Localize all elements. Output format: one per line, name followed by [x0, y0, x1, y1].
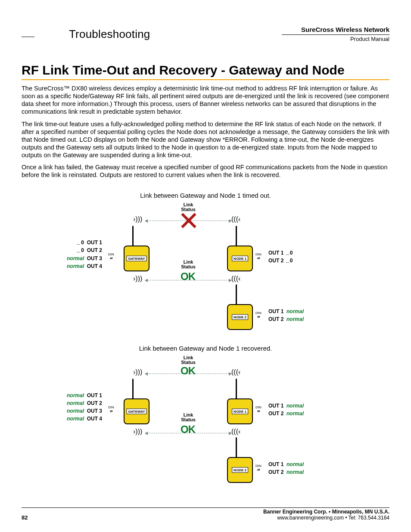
signal-n2b: (((‹ [231, 428, 240, 436]
header-right-block: SureCross Wireless Network Product Manua… [282, 26, 389, 42]
din-node1b: DIN⇄ [255, 405, 262, 413]
gateway-label: GATEWAY [126, 256, 146, 261]
gateway-device: GATEWAY [124, 246, 149, 271]
gateway-outputs2: normal OUT 1 normal OUT 2 normal OUT 3 n… [67, 392, 102, 423]
gateway-device2: GATEWAY [124, 398, 149, 424]
node1-device: NODE 1 [227, 246, 253, 271]
signal-n2: (((‹ [231, 275, 240, 283]
node1-device2: NODE 1 [227, 398, 253, 424]
diagram2-caption: Link between Gateway and Node 1 recovere… [22, 345, 389, 352]
din-gateway: DIN⇄ [108, 252, 114, 260]
diagram-recovered: LinkStatus OK ›))) (((‹ LinkStatus OK ›)… [85, 355, 326, 485]
footer-company: Banner Engineering Corp. • Minneapolis, … [263, 509, 389, 515]
ok-label-bottom: OK [181, 271, 195, 283]
link-status-label-top: LinkStatus [175, 202, 201, 212]
link-status-label-top2: LinkStatus [175, 355, 201, 365]
link-status-label-bottom2: LinkStatus [175, 413, 201, 422]
node1-outputs2: OUT 1 normal OUT 2 normal [268, 402, 304, 417]
paragraph-3: Once a link has failed, the Gateway must… [22, 163, 389, 179]
din-node2b: DIN⇄ [255, 464, 262, 472]
signal-gw-top2: ›))) [133, 368, 142, 376]
ok-label-bottom2: OK [181, 423, 195, 436]
din-gateway2: DIN⇄ [108, 405, 114, 413]
paragraph-2: The link time-out feature uses a fully-a… [22, 120, 389, 159]
din-node1: DIN⇄ [255, 252, 262, 260]
din-node2: DIN⇄ [255, 311, 262, 319]
node2-outputs: OUT 1 normal OUT 2 normal [268, 308, 304, 323]
node2-label2: NODE 2 [232, 467, 248, 473]
network-name: SureCross Wireless Network [301, 26, 389, 33]
header-dash [22, 37, 34, 37]
node2-outputs2: OUT 1 normal OUT 2 normal [268, 460, 304, 476]
node1-label: NODE 1 [232, 256, 248, 261]
paragraph-1: The SureCross™ DX80 wireless devices emp… [22, 84, 389, 116]
link-status-label-bottom: LinkStatus [175, 260, 201, 269]
diagram-timed-out: LinkStatus ›))) (((‹ LinkStatus OK ›))) … [85, 202, 326, 332]
signal-gw-bottom2: ›))) [133, 428, 142, 436]
footer-contact: www.bannerengineering.com • Tel: 763.544… [22, 515, 389, 521]
page-title: RF Link Time-Out and Recovery - Gateway … [22, 63, 389, 80]
signal-n1b: (((‹ [231, 368, 240, 376]
node2-label: NODE 2 [232, 314, 248, 320]
section-title: Troubleshooting [69, 28, 282, 41]
node1-label2: NODE 1 [232, 409, 248, 414]
node2-device2: NODE 2 [227, 457, 253, 483]
signal-gw-bottom: ›))) [133, 275, 142, 283]
signal-gw-top: ›))) [133, 215, 142, 223]
gateway-outputs: ⎵0 OUT 1 ⎵0 OUT 2 normal OUT 3 normal OU… [67, 239, 102, 270]
signal-n1: (((‹ [231, 215, 240, 223]
node1-outputs: OUT 1 ⎵0 OUT 2 ⎵0 [268, 249, 293, 264]
ok-label-top2: OK [181, 365, 195, 377]
gateway-label2: GATEWAY [126, 409, 146, 414]
diagram1-caption: Link between Gateway and Node 1 timed ou… [22, 192, 389, 199]
x-icon [181, 213, 196, 228]
page-header: Troubleshooting SureCross Wireless Netwo… [22, 26, 389, 42]
header-subtitle: Product Manual [282, 36, 389, 42]
page-footer: Banner Engineering Corp. • Minneapolis, … [22, 507, 389, 521]
node2-device: NODE 2 [227, 304, 253, 330]
